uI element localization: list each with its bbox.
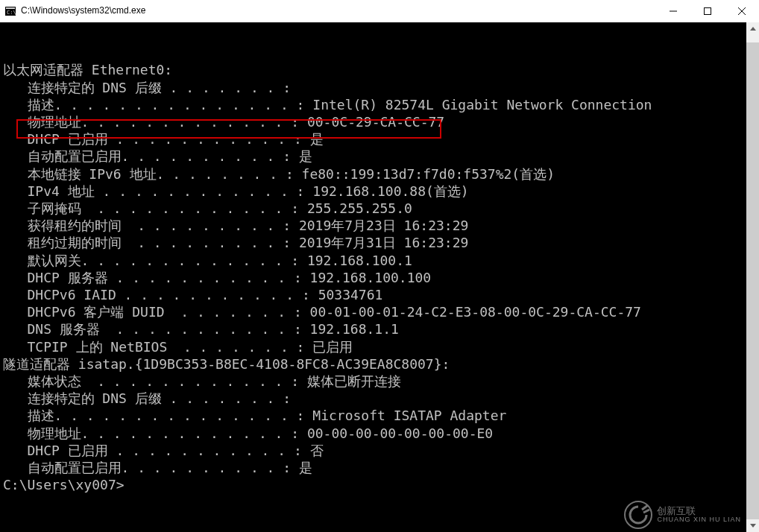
svg-text:C:\: C:\ — [7, 10, 16, 16]
watermark-subtext: CHUANG XIN HU LIAN — [657, 516, 741, 524]
terminal-line: 连接特定的 DNS 后缀 . . . . . . . : — [3, 79, 759, 96]
scroll-down-button[interactable] — [746, 519, 759, 532]
terminal-line: DNS 服务器 . . . . . . . . . . . : 192.168.… — [3, 320, 759, 338]
maximize-button[interactable] — [690, 0, 725, 22]
terminal-line: DHCPv6 IAID . . . . . . . . . . . : 5033… — [3, 286, 759, 303]
terminal-line: DHCPv6 客户端 DUID . . . . . . . : 00-01-00… — [3, 303, 759, 320]
window-title: C:\Windows\system32\cmd.exe — [21, 2, 656, 19]
window-titlebar: C:\ C:\Windows\system32\cmd.exe — [0, 0, 759, 22]
scroll-thumb[interactable] — [746, 42, 759, 519]
cmd-icon: C:\ — [4, 5, 16, 17]
terminal-line: 获得租约的时间 . . . . . . . . . : 2019年7月23日 1… — [3, 217, 759, 234]
terminal-line: 物理地址. . . . . . . . . . . . . : 00-00-00… — [3, 425, 759, 442]
close-button[interactable] — [725, 0, 759, 22]
terminal-line: 自动配置已启用. . . . . . . . . . : 是 — [3, 459, 759, 476]
watermark-logo-icon — [624, 501, 652, 529]
terminal-line: C:\Users\xy007> — [3, 476, 759, 493]
svg-marker-7 — [750, 27, 756, 31]
watermark-text: 创新互联 — [657, 506, 741, 516]
terminal-line: 描述. . . . . . . . . . . . . . . : Micros… — [3, 407, 759, 424]
terminal-line: 描述. . . . . . . . . . . . . . . : Intel(… — [3, 96, 759, 113]
terminal-line: 默认网关. . . . . . . . . . . . . : 192.168.… — [3, 252, 759, 269]
terminal-line: 自动配置已启用. . . . . . . . . . : 是 — [3, 148, 759, 165]
terminal-line: 子网掩码 . . . . . . . . . . . . : 255.255.2… — [3, 200, 759, 217]
svg-marker-8 — [750, 524, 756, 528]
terminal-line: DHCP 已启用 . . . . . . . . . . . : 是 — [3, 130, 759, 148]
window-controls — [656, 0, 759, 22]
terminal-line: TCPIP 上的 NetBIOS . . . . . . . : 已启用 — [3, 338, 759, 355]
svg-rect-1 — [6, 7, 15, 9]
terminal-line: 媒体状态 . . . . . . . . . . . . : 媒体已断开连接 — [3, 373, 759, 390]
svg-rect-4 — [705, 8, 711, 15]
scroll-up-button[interactable] — [746, 22, 759, 35]
minimize-button[interactable] — [656, 0, 690, 22]
watermark: 创新互联 CHUANG XIN HU LIAN — [624, 501, 741, 529]
terminal-line: DHCP 服务器 . . . . . . . . . . . : 192.168… — [3, 269, 759, 286]
svg-line-10 — [643, 510, 649, 513]
terminal-line: 物理地址. . . . . . . . . . . . . : 00-0C-29… — [3, 113, 759, 130]
vertical-scrollbar[interactable] — [746, 22, 759, 532]
terminal-line: 本地链接 IPv6 地址. . . . . . . . : fe80::199:… — [3, 165, 759, 183]
terminal-line: IPv4 地址 . . . . . . . . . . . . : 192.16… — [3, 183, 759, 200]
terminal-line: 以太网适配器 Ethernet0: — [3, 61, 759, 78]
terminal-output[interactable]: 以太网适配器 Ethernet0: 连接特定的 DNS 后缀 . . . . .… — [0, 22, 759, 493]
terminal-line: DHCP 已启用 . . . . . . . . . . . : 否 — [3, 442, 759, 459]
svg-line-9 — [642, 505, 648, 510]
scroll-track[interactable] — [746, 35, 759, 519]
terminal-line: 租约过期的时间 . . . . . . . . . : 2019年7月31日 1… — [3, 234, 759, 251]
terminal-line: 连接特定的 DNS 后缀 . . . . . . . : — [3, 390, 759, 407]
terminal-line: 隧道适配器 isatap.{1D9BC353-B8EC-4108-8FC8-AC… — [3, 355, 759, 373]
